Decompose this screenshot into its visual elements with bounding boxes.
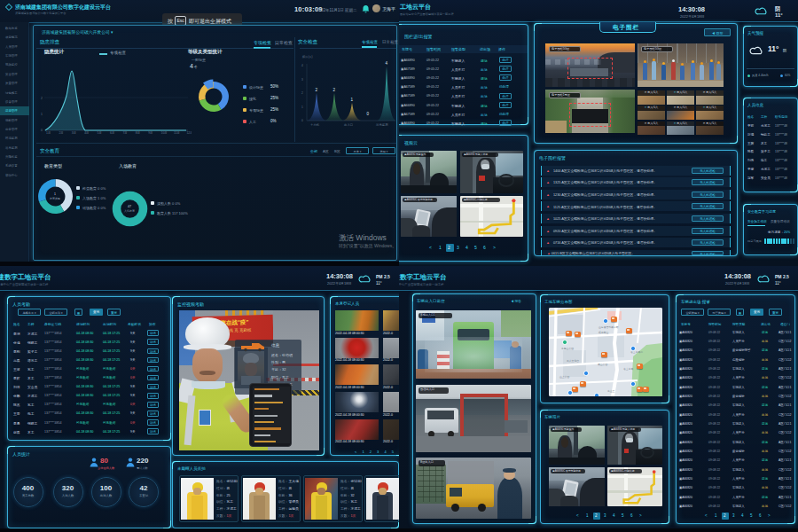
svg-text:9月: 9月 (148, 131, 153, 135)
svg-text:4: 4 (386, 61, 388, 66)
svg-text:土方机: 土方机 (310, 123, 320, 127)
svg-text:2: 2 (333, 88, 336, 92)
svg-text:塔吊监测: 塔吊监测 (375, 122, 388, 127)
svg-text:0: 0 (41, 129, 43, 132)
svg-text:2: 2 (316, 88, 318, 92)
svg-text:1: 1 (351, 98, 354, 102)
svg-text:1: 1 (41, 113, 43, 116)
svg-text:出入口: 出入口 (344, 123, 353, 127)
svg-text:5月: 5月 (98, 131, 102, 135)
svg-text:4: 4 (301, 64, 303, 67)
svg-text:教育类型: 教育类型 (50, 197, 60, 200)
svg-text:3: 3 (301, 78, 303, 82)
svg-text:4月: 4月 (84, 131, 89, 135)
svg-text:入场教育: 入场教育 (124, 209, 135, 213)
svg-text:2: 2 (41, 97, 43, 100)
svg-text:0: 0 (367, 112, 370, 116)
svg-text:2: 2 (301, 91, 303, 95)
svg-text:47: 47 (128, 205, 131, 208)
svg-text:11月: 11月 (174, 131, 180, 135)
svg-text:8月: 8月 (136, 131, 140, 135)
svg-text:6月: 6月 (110, 131, 114, 135)
svg-text:1: 1 (54, 192, 56, 196)
svg-text:3月: 3月 (72, 131, 76, 135)
svg-text:7月: 7月 (122, 131, 127, 135)
svg-text:1: 1 (301, 106, 303, 109)
svg-text:10月: 10月 (161, 131, 168, 135)
svg-text:12月: 12月 (186, 131, 192, 135)
svg-text:2月: 2月 (59, 131, 63, 135)
svg-text:0: 0 (301, 119, 303, 122)
svg-text:1月: 1月 (46, 131, 51, 135)
